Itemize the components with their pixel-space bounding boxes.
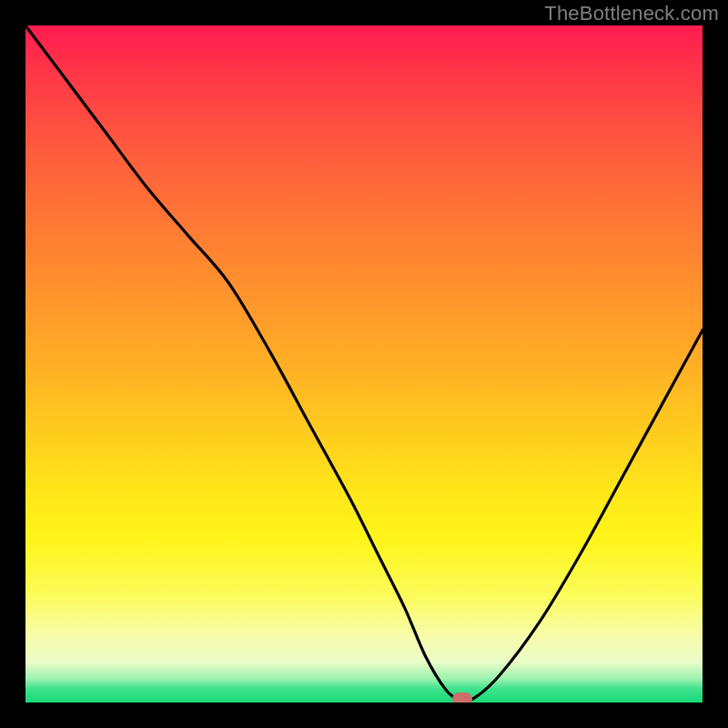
plot-area: [25, 25, 703, 703]
minimum-marker: [452, 693, 472, 703]
bottleneck-curve: [25, 25, 703, 702]
chart-frame: TheBottleneck.com: [0, 0, 728, 728]
curve-svg: [25, 25, 703, 703]
watermark-text: TheBottleneck.com: [544, 2, 719, 25]
